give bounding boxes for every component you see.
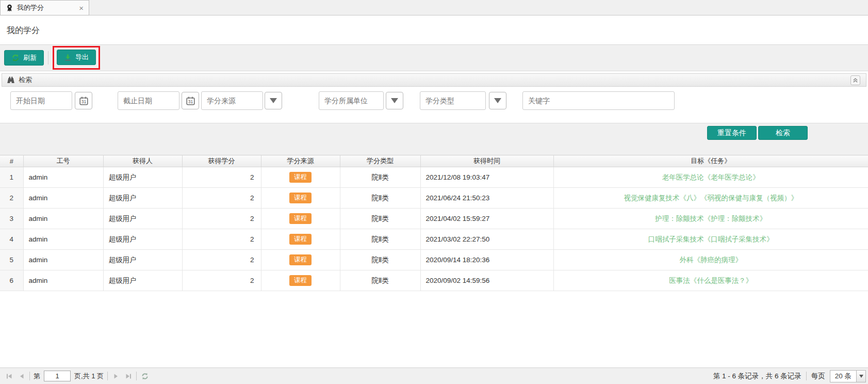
refresh-icon [11,54,20,62]
records-info: 第 1 - 6 条记录，共 6 条记录 [713,372,801,381]
end-date-input[interactable] [118,91,179,110]
per-page-select[interactable]: 20 条 [830,370,866,382]
page-label-prefix: 第 [34,372,40,381]
start-date-calendar-button[interactable]: 31 [75,92,92,109]
table-row[interactable]: 6 admin 超级用户 2 课程 院Ⅱ类 2020/09/02 14:59:5… [0,270,868,291]
tab-label: 我的学分 [17,3,44,12]
export-button-highlight: 导出 [53,46,100,70]
svg-text:31: 31 [81,99,86,104]
source-badge: 课程 [289,254,312,265]
download-icon [64,54,72,61]
search-panel-title: 检索 [19,75,32,85]
page-label-suffix: 页,共 1 页 [74,372,104,381]
credit-type-dropdown-button[interactable] [489,92,506,109]
table-row[interactable]: 4 admin 超级用户 2 课程 院Ⅱ类 2021/03/02 22:27:5… [0,229,868,250]
credit-unit-dropdown-button[interactable] [386,92,403,109]
credit-source-dropdown-button[interactable] [265,92,282,109]
refresh-button[interactable]: 刷新 [4,50,44,66]
source-badge: 课程 [289,172,312,183]
per-page-label: 每页 [811,372,825,381]
start-date-input[interactable] [10,91,72,110]
credits-table: # 工号 获得人 获得学分 学分来源 学分类型 获得时间 目标《任务》 1 ad… [0,155,868,291]
calendar-icon: 31 [79,96,89,106]
my-credits-screen: 我的学分 × 我的学分 刷新 导出 [0,0,868,384]
pagination-bar: 第 页,共 1 页 第 1 - 6 条记录，共 6 条记录 [0,367,868,384]
title-area: 我的学分 [0,16,868,44]
credit-type-input[interactable] [420,91,486,110]
prev-page-icon[interactable] [17,372,26,380]
table-row[interactable]: 1 admin 超级用户 2 课程 院Ⅱ类 2021/12/08 19:03:4… [0,167,868,188]
table-header: # 工号 获得人 获得学分 学分来源 学分类型 获得时间 目标《任务》 [0,155,868,167]
target-link[interactable]: 护理：除颤技术《护理：除颤技术》 [655,215,766,222]
search-panel-header: 检索 [2,73,866,87]
caret-down-icon [494,98,501,103]
collapse-panel-button[interactable] [850,75,860,85]
collapse-icon [853,77,858,83]
table-row[interactable]: 3 admin 超级用户 2 课程 院Ⅱ类 2021/04/02 15:59:2… [0,209,868,229]
page-title: 我的学分 [0,16,868,36]
per-page-value: 20 条 [830,371,856,382]
next-page-icon[interactable] [111,372,120,380]
pager-separator [136,372,137,380]
col-time: 获得时间 [420,155,553,167]
refresh-label: 刷新 [23,53,37,62]
svg-text:31: 31 [188,99,193,104]
export-button[interactable]: 导出 [57,50,96,65]
caret-down-icon [856,371,865,382]
page-number-input[interactable] [44,371,71,381]
col-credits: 获得学分 [182,155,261,167]
medal-icon [6,4,13,12]
last-page-icon[interactable] [124,372,133,380]
pager-separator [107,372,108,380]
target-link[interactable]: 外科《肺癌的病理》 [680,256,743,264]
source-badge: 课程 [289,234,312,245]
reset-conditions-button[interactable]: 重置条件 [707,126,757,140]
end-date-calendar-button[interactable]: 31 [182,92,199,109]
col-type: 学分类型 [340,155,420,167]
target-link[interactable]: 视觉保健康复技术《八》《弱视的保健与康复（视频）》 [624,194,798,202]
toolbar: 刷新 导出 [0,44,868,71]
source-badge: 课程 [289,193,312,203]
reload-icon[interactable] [140,372,149,380]
pager-separator [806,372,807,380]
tab-bar: 我的学分 × [0,0,868,15]
source-badge: 课程 [289,275,312,286]
first-page-icon[interactable] [5,372,13,380]
caret-down-icon [270,98,277,103]
pager-controls: 第 页,共 1 页 [0,371,149,381]
source-badge: 课程 [289,213,312,224]
table-row[interactable]: 2 admin 超级用户 2 课程 院Ⅱ类 2021/06/24 21:50:2… [0,188,868,209]
pager-summary: 第 1 - 6 条记录，共 6 条记录 每页 20 条 [713,370,868,382]
target-link[interactable]: 老年医学总论《老年医学总论》 [662,173,760,181]
toolbar-separator [48,51,48,65]
keyword-input[interactable] [522,91,675,110]
col-source: 学分来源 [261,155,340,167]
caret-down-icon [391,98,398,103]
calendar-icon: 31 [186,96,195,106]
actions-band: 重置条件 检索 [0,123,868,155]
filter-row: 31 31 [0,87,868,123]
col-target: 目标《任务》 [553,155,868,167]
search-button[interactable]: 检索 [758,126,808,140]
credit-source-input[interactable] [201,91,263,110]
export-label: 导出 [75,53,89,62]
binoculars-icon [7,76,15,84]
col-index: # [0,155,23,167]
table-row[interactable]: 5 admin 超级用户 2 课程 院Ⅱ类 2020/09/14 18:20:3… [0,250,868,270]
col-recipient: 获得人 [103,155,182,167]
close-icon[interactable]: × [79,4,84,12]
pager-separator [29,372,30,380]
credit-unit-input[interactable] [319,91,384,110]
tab-my-credits[interactable]: 我的学分 × [0,0,89,15]
target-link[interactable]: 口咽拭子采集技术《口咽拭子采集技术》 [648,235,774,243]
col-employee-id: 工号 [23,155,103,167]
target-link[interactable]: 医事法《什么是医事法？》 [669,277,752,284]
